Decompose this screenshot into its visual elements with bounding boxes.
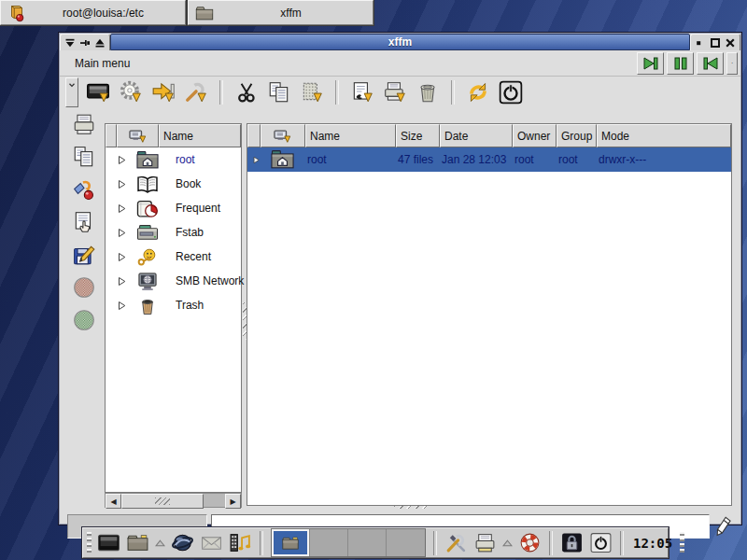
scrollbar-track[interactable] [204, 494, 225, 507]
panel-grip-left[interactable] [87, 532, 92, 554]
panel-grip-right[interactable] [680, 532, 684, 554]
cell-date: Jan 28 12:03 [440, 153, 513, 166]
trash-icon [135, 296, 160, 315]
taskbar-button-terminal[interactable]: root@louisa:/etc [0, 0, 186, 25]
tree-item-frequent[interactable]: Frequent [106, 196, 241, 220]
window-menu-icon[interactable] [64, 37, 76, 49]
column-header-mode[interactable]: Mode [597, 124, 731, 147]
refresh-button[interactable] [465, 79, 491, 105]
file-row-root[interactable]: root 47 files Jan 28 12:03 root root drw… [247, 147, 731, 172]
toolbar [65, 77, 735, 108]
touch-side-icon[interactable] [72, 210, 96, 234]
goto-button[interactable] [150, 79, 176, 105]
lock-screen-icon[interactable] [560, 531, 584, 554]
gear-icon [119, 80, 143, 105]
maximize-icon[interactable] [710, 37, 721, 49]
mail-launcher-icon[interactable] [200, 531, 223, 554]
expander-icon[interactable] [117, 228, 127, 238]
tools-button[interactable] [183, 79, 209, 105]
column-header-group[interactable]: Group [557, 124, 597, 147]
column-header-owner[interactable]: Owner [513, 124, 557, 147]
window-title: xffm [110, 34, 690, 50]
green-sphere-icon[interactable] [72, 308, 96, 332]
expander-icon[interactable] [117, 203, 127, 214]
scroll-forward-button[interactable] [637, 52, 664, 75]
scroll-left-arrow[interactable]: ◀ [106, 494, 121, 509]
tree-item-recent[interactable]: Recent [106, 245, 241, 269]
print-side-icon[interactable] [72, 112, 96, 136]
cell-mode: drwxr-x--- [597, 153, 731, 166]
print-button[interactable] [382, 79, 408, 105]
workspace-4[interactable] [387, 529, 425, 556]
tree-header-icon-button[interactable] [117, 124, 159, 147]
workspace-2[interactable] [310, 529, 348, 556]
save-side-icon[interactable] [72, 243, 96, 267]
terminal-launcher-icon[interactable] [97, 531, 120, 554]
toolbar-collapse-button[interactable] [65, 77, 78, 107]
expander-icon[interactable] [252, 155, 261, 165]
run-side-icon[interactable] [72, 177, 96, 202]
media-launcher-icon[interactable] [229, 531, 252, 554]
trash-button[interactable] [415, 79, 441, 105]
pause-button[interactable] [667, 52, 694, 75]
tree-header-corner[interactable] [106, 124, 117, 147]
files-panel: Name Size Date Owner Group Mode root 47 … [247, 123, 732, 506]
tree-item-book[interactable]: Book [106, 172, 241, 196]
close-icon[interactable] [725, 37, 736, 49]
scrollbar-thumb[interactable] [121, 494, 204, 509]
expander-icon[interactable] [117, 301, 127, 311]
main-menu-item[interactable]: Main menu [60, 57, 139, 70]
settings-button[interactable] [118, 79, 144, 105]
panel-separator [260, 531, 263, 555]
workspace-3[interactable] [348, 529, 387, 556]
tree-item-label: Trash [176, 299, 204, 312]
quit-button[interactable] [498, 79, 524, 105]
window-mini-icon [281, 535, 300, 552]
tree-header-name[interactable]: Name [159, 124, 241, 147]
tree-item-trash[interactable]: Trash [106, 293, 241, 317]
cut-button[interactable] [233, 79, 260, 105]
taskbar-button-xffm[interactable]: xffm [188, 0, 374, 25]
menubar: Main menu · [60, 50, 740, 77]
column-header-size[interactable]: Size [396, 124, 440, 147]
copy-button[interactable] [266, 79, 292, 105]
tree-item-root[interactable]: root [106, 147, 241, 172]
terminal-button[interactable] [85, 79, 111, 105]
eraser-icon[interactable] [713, 514, 734, 539]
red-sphere-icon[interactable] [72, 275, 96, 300]
nav-more-button[interactable]: · [726, 52, 738, 75]
scroll-nav-buttons: · [637, 52, 738, 75]
quit-panel-icon[interactable] [589, 531, 613, 554]
files-header-corner[interactable] [247, 124, 261, 147]
scroll-back-button[interactable] [697, 52, 724, 75]
tree-item-fstab[interactable]: Fstab [106, 220, 241, 245]
popup-arrow-icon[interactable] [155, 539, 165, 548]
terminal-icon [86, 80, 110, 105]
shade-icon[interactable] [94, 37, 106, 49]
titlebar[interactable]: xffm [60, 34, 740, 50]
copy-side-icon[interactable] [72, 145, 96, 169]
workspace-1[interactable] [272, 529, 310, 556]
pin-icon[interactable] [79, 37, 91, 49]
paste-button[interactable] [299, 79, 325, 105]
file-manager-launcher-icon[interactable] [126, 531, 149, 554]
column-header-name[interactable]: Name [305, 124, 396, 147]
tree-panel: Name root Book Frequent [105, 123, 242, 493]
expander-icon[interactable] [117, 276, 127, 287]
expander-icon[interactable] [117, 252, 127, 262]
settings-launcher-icon[interactable] [444, 531, 468, 554]
column-header-date[interactable]: Date [440, 124, 513, 147]
toolbar-separator [451, 80, 455, 105]
help-launcher-icon[interactable] [518, 531, 542, 554]
scroll-right-arrow[interactable]: ▶ [225, 494, 241, 509]
properties-button[interactable] [349, 79, 375, 105]
tree-item-smb-network[interactable]: SMB Network [106, 269, 241, 293]
print-launcher-icon[interactable] [473, 531, 497, 554]
expander-icon[interactable] [117, 179, 127, 189]
expander-icon[interactable] [117, 155, 127, 165]
popup-arrow-icon[interactable] [502, 539, 513, 548]
files-header-icon-button[interactable] [261, 124, 305, 147]
iconify-icon[interactable] [695, 37, 706, 49]
browser-launcher-icon[interactable] [171, 531, 194, 554]
top-taskbar: root@louisa:/etc xffm [0, 0, 374, 26]
